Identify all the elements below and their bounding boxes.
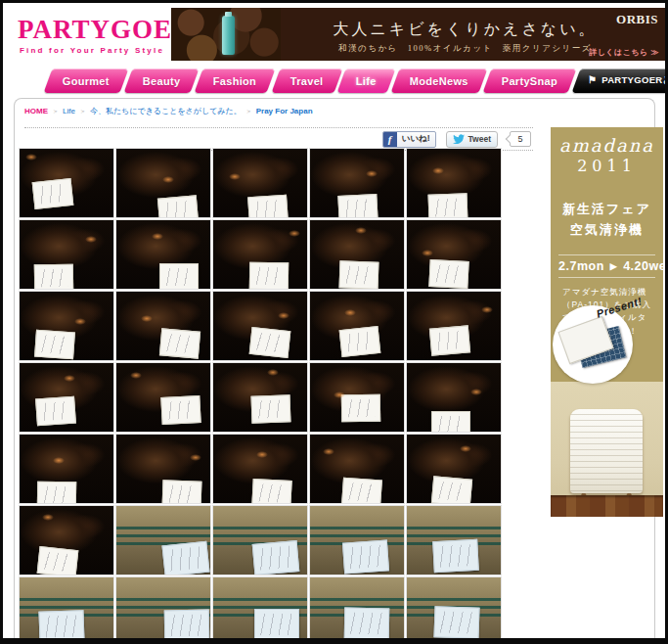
amadana-ad[interactable]: amadana 2011 新生活フェア 空気清浄機 2.7mon ▶ 4.20w… <box>551 127 663 517</box>
photo-thumbnail[interactable] <box>116 292 210 360</box>
message-sign <box>431 476 472 503</box>
present-badge: Present! <box>553 305 633 384</box>
message-sign <box>251 479 291 503</box>
message-sign <box>433 606 479 638</box>
message-sign <box>342 539 389 574</box>
message-sign <box>162 480 202 503</box>
photo-thumbnail[interactable] <box>310 363 404 432</box>
photo-thumbnail[interactable] <box>213 506 307 575</box>
photo-thumbnail[interactable] <box>310 577 404 638</box>
message-sign <box>337 194 378 217</box>
message-sign <box>157 195 199 217</box>
photo-thumbnail[interactable] <box>116 363 210 432</box>
photo-thumbnail[interactable] <box>20 149 113 217</box>
photo-thumbnail[interactable] <box>407 435 501 503</box>
photo-thumbnail[interactable] <box>116 435 210 503</box>
message-sign <box>159 263 199 289</box>
message-sign <box>252 540 300 575</box>
arrow-right-icon: ▶ <box>608 261 619 271</box>
wooden-cabinet <box>551 495 663 517</box>
message-sign <box>161 541 209 575</box>
message-sign <box>341 394 380 423</box>
photo-thumbnail[interactable] <box>116 220 210 289</box>
photo-thumbnail[interactable] <box>407 577 501 638</box>
message-sign <box>249 327 291 358</box>
amadana-logo: amadana <box>551 135 663 156</box>
message-sign <box>432 539 479 573</box>
message-sign <box>431 411 470 432</box>
message-sign <box>164 610 210 638</box>
message-sign <box>254 609 299 638</box>
photo-thumbnail[interactable] <box>20 506 113 575</box>
message-sign <box>428 259 468 289</box>
photo-thumbnail[interactable] <box>310 149 404 217</box>
message-sign <box>429 325 470 355</box>
photo-thumbnail[interactable] <box>407 220 501 289</box>
message-sign <box>34 264 73 289</box>
message-sign <box>249 262 289 289</box>
message-sign <box>339 326 381 357</box>
photo-thumbnail[interactable] <box>20 577 113 638</box>
photo-thumbnail[interactable] <box>310 435 404 503</box>
message-sign <box>251 394 291 423</box>
photo-thumbnail[interactable] <box>213 220 307 289</box>
photo-thumbnail[interactable] <box>407 363 501 432</box>
photo-thumbnail[interactable] <box>213 435 307 503</box>
message-sign <box>160 395 200 425</box>
ad-year: 2011 <box>551 157 663 175</box>
photo-thumbnail[interactable] <box>310 292 404 360</box>
message-sign <box>428 193 468 217</box>
photo-thumbnail[interactable] <box>407 149 501 217</box>
ad-title-line2: 空気清浄機 <box>551 221 663 239</box>
photo-thumbnail[interactable] <box>213 292 307 360</box>
photo-thumbnail[interactable] <box>213 149 307 217</box>
page: PARTYGOER Find for Your Party Style 大人ニキ… <box>3 3 665 638</box>
message-sign <box>344 608 390 638</box>
photo-thumbnail[interactable] <box>310 220 404 289</box>
message-sign <box>159 328 200 358</box>
photo-thumbnail[interactable] <box>407 506 501 575</box>
photo-thumbnail[interactable] <box>407 292 501 360</box>
photo-thumbnail[interactable] <box>213 577 307 638</box>
message-sign <box>341 478 382 503</box>
photo-thumbnail[interactable] <box>116 506 210 575</box>
message-sign <box>32 178 74 209</box>
photo-thumbnail[interactable] <box>310 506 404 575</box>
message-sign <box>339 260 379 289</box>
photo-thumbnail[interactable] <box>20 435 113 503</box>
message-sign <box>37 482 76 503</box>
photo-thumbnail[interactable] <box>116 149 210 217</box>
photo-thumbnail[interactable] <box>213 363 307 432</box>
message-sign <box>37 546 79 575</box>
message-sign <box>247 195 289 217</box>
message-sign <box>35 396 76 427</box>
photo-thumbnail[interactable] <box>20 363 113 432</box>
photo-thumbnail[interactable] <box>116 577 210 638</box>
ad-date-range: 2.7mon ▶ 4.20wed <box>558 254 655 278</box>
photo-thumbnail[interactable] <box>20 220 113 289</box>
air-purifier-photo <box>551 382 663 517</box>
message-sign <box>38 610 84 638</box>
photo-thumbnail[interactable] <box>20 292 113 360</box>
message-sign <box>34 330 75 360</box>
air-purifier-image <box>570 409 643 493</box>
ad-title-line1: 新生活フェア <box>551 201 663 218</box>
